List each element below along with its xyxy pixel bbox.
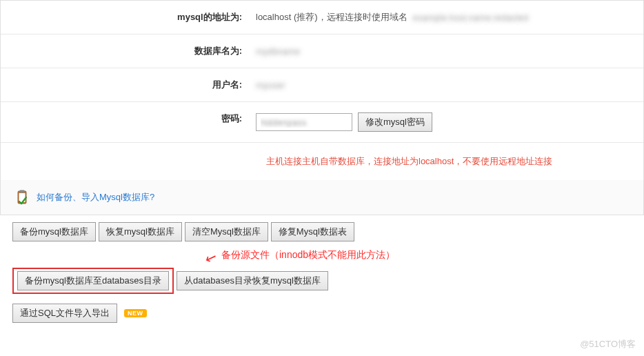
action-row-1: 备份mysql数据库 恢复mysql数据库 清空Mysql数据库 修复Mysql… xyxy=(12,222,632,241)
password-input[interactable] xyxy=(256,113,352,131)
label-mysql-address: mysql的地址为: xyxy=(1,1,249,34)
form-row-dbname: 数据库名为: mydbname xyxy=(1,34,643,68)
arrow-icon: ↙ xyxy=(203,248,219,267)
annotation-row: ↙ 备份源文件（innodb模式不能用此方法） xyxy=(12,247,632,264)
restore-from-databases-dir-button[interactable]: 从databases目录恢复mysql数据库 xyxy=(177,271,328,290)
clear-db-button[interactable]: 清空Mysql数据库 xyxy=(185,222,268,241)
mysql-config-form: mysql的地址为: localhost (推荐)，远程连接时使用域名 exam… xyxy=(0,0,644,215)
action-row-2: 备份mysql数据库至databases目录 从databases目录恢复mys… xyxy=(12,268,632,294)
value-dbname: mydbname xyxy=(249,34,643,68)
form-row-password: 密码: 修改mysql密码 xyxy=(1,102,643,143)
repair-table-button[interactable]: 修复Mysql数据表 xyxy=(271,222,354,241)
label-password: 密码: xyxy=(1,102,249,142)
value-mysql-address: localhost (推荐)，远程连接时使用域名 example.host.na… xyxy=(249,1,643,34)
label-dbname: 数据库名为: xyxy=(1,34,249,68)
help-section: 如何备份、导入Mysql数据库? xyxy=(1,180,643,215)
help-link[interactable]: 如何备份、导入Mysql数据库? xyxy=(37,191,154,204)
value-username: myuser xyxy=(249,68,643,101)
action-row-3: 通过SQL文件导入导出 NEW xyxy=(12,304,632,323)
sql-import-export-button[interactable]: 通过SQL文件导入导出 xyxy=(12,304,117,323)
new-badge: NEW xyxy=(124,309,147,317)
value-password: 修改mysql密码 xyxy=(249,102,643,142)
label-username: 用户名: xyxy=(1,68,249,101)
change-password-button[interactable]: 修改mysql密码 xyxy=(358,112,432,132)
svg-rect-2 xyxy=(20,190,25,193)
annotation-text: 备份源文件（innodb模式不能用此方法） xyxy=(221,249,395,261)
form-row-mysql-address: mysql的地址为: localhost (推荐)，远程连接时使用域名 exam… xyxy=(1,1,643,34)
clipboard-icon xyxy=(13,188,31,206)
warning-message: 主机连接主机自带数据库，连接地址为localhost，不要使用远程地址连接 xyxy=(1,143,643,180)
action-section: 备份mysql数据库 恢复mysql数据库 清空Mysql数据库 修复Mysql… xyxy=(0,215,644,333)
form-row-username: 用户名: myuser xyxy=(1,68,643,102)
backup-to-databases-dir-button[interactable]: 备份mysql数据库至databases目录 xyxy=(17,271,169,290)
highlighted-action-box: 备份mysql数据库至databases目录 xyxy=(12,268,174,294)
restore-db-button[interactable]: 恢复mysql数据库 xyxy=(99,222,182,241)
backup-db-button[interactable]: 备份mysql数据库 xyxy=(12,222,96,241)
